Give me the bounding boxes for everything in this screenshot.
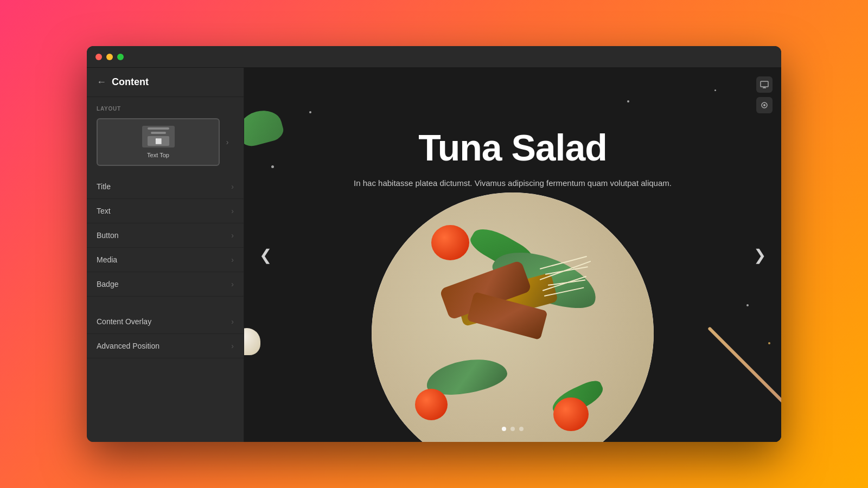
menu-item-badge-label: Badge — [97, 280, 118, 288]
monitor-icon-button[interactable] — [756, 76, 773, 93]
menu-item-button[interactable]: Button › — [87, 223, 244, 248]
main-area: ← Content LAYOUT ⬜ Text Top — [87, 68, 781, 442]
titlebar — [87, 46, 781, 68]
menu-item-button-label: Button — [97, 231, 118, 240]
close-button[interactable] — [95, 54, 102, 60]
minimize-button[interactable] — [106, 54, 113, 60]
sidebar-header: ← Content — [87, 68, 244, 97]
menu-items: Title › Text › Button › Media › Badge — [87, 175, 244, 442]
svg-point-2 — [763, 104, 765, 106]
menu-item-text-arrow: › — [231, 207, 234, 215]
thumb-line-1 — [148, 127, 169, 130]
tomato-3 — [553, 397, 589, 431]
garlic — [244, 328, 260, 355]
slide-dot-2[interactable] — [510, 427, 515, 431]
back-button[interactable]: ← — [97, 76, 106, 88]
tomato-2 — [415, 389, 448, 420]
image-icon: ⬜ — [155, 138, 162, 144]
traffic-lights — [95, 54, 124, 60]
maximize-button[interactable] — [117, 54, 124, 60]
layout-preview-area: ⬜ Text Top › — [97, 118, 234, 166]
slide-dot-3[interactable] — [519, 427, 524, 431]
menu-item-media[interactable]: Media › — [87, 248, 244, 272]
menu-spacer — [87, 297, 244, 310]
sidebar: ← Content LAYOUT ⬜ Text Top — [87, 68, 244, 442]
food-visual — [372, 192, 654, 442]
particle-5 — [746, 304, 749, 306]
layout-card-label: Text Top — [147, 152, 169, 158]
plate-container — [372, 192, 654, 442]
lettuce-out-shape — [244, 106, 285, 149]
menu-item-text[interactable]: Text › — [87, 199, 244, 223]
menu-item-content-overlay-label: Content Overlay — [97, 317, 151, 326]
menu-item-title[interactable]: Title › — [87, 175, 244, 199]
menu-item-advanced-position[interactable]: Advanced Position › — [87, 334, 244, 358]
garlic-shape — [244, 328, 260, 355]
plate-inner — [372, 192, 654, 442]
menu-item-advanced-position-arrow: › — [231, 342, 234, 350]
menu-item-badge[interactable]: Badge › — [87, 272, 244, 297]
prev-slide-button[interactable]: ❮ — [255, 242, 276, 268]
menu-item-title-label: Title — [97, 182, 111, 191]
next-slide-button[interactable]: ❯ — [749, 242, 770, 268]
sidebar-title: Content — [112, 76, 149, 88]
layout-section: LAYOUT ⬜ Text Top › — [87, 97, 244, 175]
particle-4 — [714, 89, 716, 91]
menu-item-content-overlay[interactable]: Content Overlay › — [87, 310, 244, 334]
plate — [372, 192, 654, 442]
slide-preview: Tuna Salad In hac habitasse platea dictu… — [244, 68, 781, 442]
slide-title: Tuna Salad — [418, 127, 607, 168]
slide-content: Tuna Salad In hac habitasse platea dictu… — [244, 100, 781, 190]
menu-item-title-arrow: › — [231, 182, 234, 191]
menu-item-button-arrow: › — [231, 231, 234, 240]
menu-item-badge-arrow: › — [231, 280, 234, 288]
tomato-1 — [431, 225, 469, 260]
menu-item-text-label: Text — [97, 207, 111, 215]
layout-card-text-top[interactable]: ⬜ Text Top — [97, 118, 220, 166]
thumb-line-2 — [151, 132, 166, 134]
particle-6 — [768, 342, 770, 344]
lettuce-outside — [244, 111, 282, 144]
layout-thumbnail: ⬜ — [142, 126, 175, 147]
svg-rect-0 — [761, 81, 768, 87]
slide-dots — [502, 427, 524, 431]
layout-expand-button[interactable]: › — [221, 118, 234, 166]
menu-item-content-overlay-arrow: › — [231, 317, 234, 326]
layout-section-label: LAYOUT — [97, 106, 234, 112]
app-window: ← Content LAYOUT ⬜ Text Top — [87, 46, 781, 442]
thumb-image: ⬜ — [148, 136, 169, 146]
content-area: Tuna Salad In hac habitasse platea dictu… — [244, 68, 781, 442]
paint-icon-button[interactable] — [756, 97, 773, 113]
menu-item-advanced-position-label: Advanced Position — [97, 342, 159, 350]
menu-item-media-label: Media — [97, 255, 117, 264]
noodles — [540, 263, 605, 306]
slide-dot-1[interactable] — [502, 427, 506, 431]
menu-item-media-arrow: › — [231, 255, 234, 264]
slide-subtitle: In hac habitasse platea dictumst. Vivamu… — [354, 177, 672, 190]
slide-icons — [756, 76, 773, 113]
